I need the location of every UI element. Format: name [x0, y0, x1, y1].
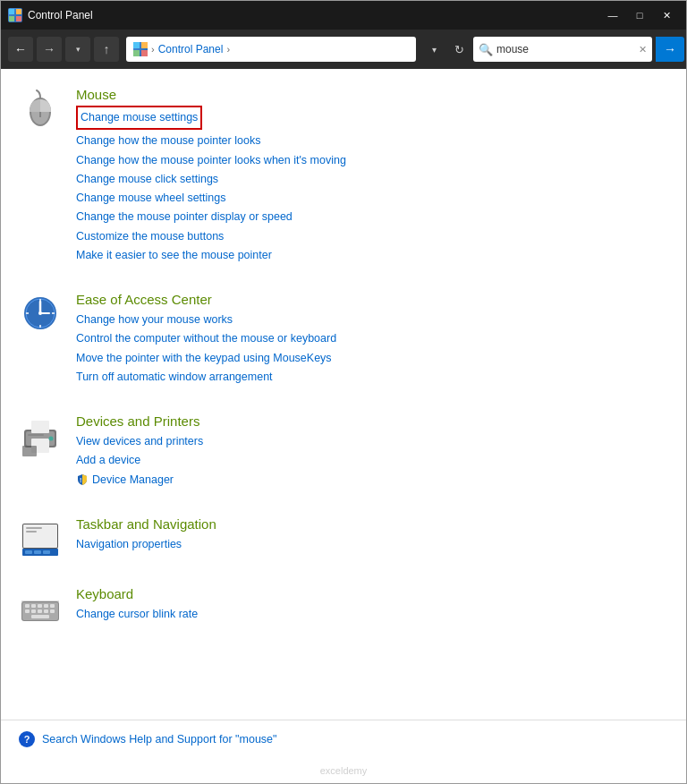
ease-of-access-icon [19, 292, 62, 335]
close-button[interactable]: ✕ [654, 6, 679, 24]
device-manager-link[interactable]: Device Manager [92, 471, 174, 490]
view-devices-link[interactable]: View devices and printers [76, 432, 659, 451]
device-manager-wrap: ! Device Manager [76, 471, 659, 490]
svg-text:!: ! [80, 477, 81, 483]
ease-of-access-section: Ease of Access Center Change how your mo… [19, 292, 659, 387]
up-button[interactable]: ↑ [94, 37, 119, 62]
svg-rect-34 [34, 550, 41, 554]
title-bar: Control Panel — □ ✕ [1, 1, 686, 30]
forward-button[interactable]: → [37, 37, 62, 62]
svg-rect-46 [44, 609, 48, 613]
taskbar-section: Taskbar and Navigation Navigation proper… [19, 516, 659, 559]
svg-rect-43 [25, 609, 30, 613]
svg-rect-48 [31, 615, 49, 618]
change-click-settings-link[interactable]: Change mouse click settings [76, 170, 659, 189]
mouse-icon [19, 87, 62, 130]
svg-rect-0 [9, 9, 14, 14]
svg-rect-5 [141, 42, 148, 48]
minimize-button[interactable]: — [600, 6, 625, 24]
mousekeys-link[interactable]: Move the pointer with the keypad using M… [76, 349, 659, 368]
search-clear-icon[interactable]: ✕ [639, 44, 647, 55]
taskbar-section-title: Taskbar and Navigation [76, 516, 659, 532]
svg-rect-30 [26, 527, 42, 529]
change-mouse-settings-link[interactable]: Change mouse settings [76, 106, 202, 130]
svg-rect-6 [133, 50, 140, 56]
nav-bar: ← → ▾ ↑ › Control Panel › ▾ ↻ 🔍 ✕ → [1, 30, 686, 69]
easier-to-see-link[interactable]: Make it easier to see the mouse pointer [76, 246, 659, 265]
svg-rect-31 [26, 531, 37, 533]
ease-section-title: Ease of Access Center [76, 292, 659, 307]
svg-rect-35 [43, 550, 50, 554]
mouse-section: Mouse Change mouse settings Change how t… [19, 87, 659, 265]
devices-section-title: Devices and Printers [76, 413, 659, 429]
svg-rect-2 [9, 16, 14, 21]
change-pointer-speed-link[interactable]: Change the mouse pointer display or spee… [76, 208, 659, 226]
svg-rect-25 [28, 434, 44, 436]
keyboard-icon [19, 586, 62, 629]
svg-rect-45 [38, 609, 42, 613]
svg-rect-26 [22, 446, 37, 456]
svg-rect-4 [133, 42, 140, 48]
how-mouse-works-link[interactable]: Change how your mouse works [76, 311, 659, 329]
svg-rect-33 [25, 550, 32, 554]
svg-rect-41 [44, 604, 48, 608]
footer: ? Search Windows Help and Support for "m… [1, 720, 686, 758]
refresh-button[interactable]: ↻ [448, 37, 470, 62]
mouse-section-content: Mouse Change mouse settings Change how t… [76, 87, 659, 265]
svg-point-19 [38, 311, 42, 315]
svg-rect-1 [16, 9, 21, 14]
search-input[interactable] [496, 43, 635, 55]
taskbar-section-content: Taskbar and Navigation Navigation proper… [76, 516, 659, 554]
control-panel-window: Control Panel — □ ✕ ← → ▾ ↑ › Control Pa… [0, 0, 687, 784]
auto-arrangement-link[interactable]: Turn off automatic window arrangement [76, 368, 659, 387]
breadcrumb-bar: › Control Panel › [126, 37, 416, 62]
address-dropdown-button[interactable]: ▾ [423, 37, 445, 62]
change-pointer-looks-link[interactable]: Change how the mouse pointer looks [76, 132, 659, 150]
svg-rect-39 [31, 604, 36, 608]
window-icon [8, 8, 22, 22]
navigation-properties-link[interactable]: Navigation properties [76, 535, 659, 554]
svg-rect-7 [141, 50, 148, 56]
shield-icon: ! [76, 473, 89, 486]
search-bar: 🔍 ✕ [473, 37, 652, 62]
without-mouse-keyboard-link[interactable]: Control the computer without the mouse o… [76, 329, 659, 348]
svg-rect-47 [50, 609, 55, 613]
svg-point-24 [49, 437, 54, 441]
watermark: exceldemy [1, 758, 686, 783]
svg-rect-38 [25, 604, 30, 608]
breadcrumb-sep2: › [226, 44, 230, 55]
mouse-section-title: Mouse [76, 87, 659, 102]
taskbar-icon [19, 516, 62, 559]
keyboard-section: Keyboard Change cursor blink rate [19, 586, 659, 629]
printer-icon [19, 413, 62, 456]
svg-rect-42 [50, 604, 55, 608]
svg-rect-22 [31, 421, 49, 433]
svg-rect-44 [31, 609, 36, 613]
maximize-button[interactable]: □ [627, 6, 652, 24]
svg-rect-3 [16, 16, 21, 21]
devices-section: Devices and Printers View devices and pr… [19, 413, 659, 490]
window-title: Control Panel [28, 9, 600, 21]
content-area: Mouse Change mouse settings Change how t… [1, 69, 686, 720]
breadcrumb-sep1: › [151, 44, 155, 55]
dropdown-recent-button[interactable]: ▾ [65, 37, 90, 62]
devices-section-content: Devices and Printers View devices and pr… [76, 413, 659, 490]
blink-rate-link[interactable]: Change cursor blink rate [76, 605, 659, 624]
change-pointer-looks-moving-link[interactable]: Change how the mouse pointer looks when … [76, 151, 659, 170]
breadcrumb-icon [133, 42, 148, 56]
keyboard-section-content: Keyboard Change cursor blink rate [76, 586, 659, 624]
back-button[interactable]: ← [8, 37, 33, 62]
keyboard-section-title: Keyboard [76, 586, 659, 601]
ease-section-content: Ease of Access Center Change how your mo… [76, 292, 659, 387]
change-wheel-settings-link[interactable]: Change mouse wheel settings [76, 189, 659, 208]
help-icon: ? [19, 731, 35, 747]
search-icon: 🔍 [479, 43, 493, 56]
window-controls: — □ ✕ [600, 6, 679, 24]
add-device-link[interactable]: Add a device [76, 451, 659, 470]
breadcrumb-text[interactable]: Control Panel [158, 43, 224, 55]
svg-rect-40 [38, 604, 42, 608]
search-go-button[interactable]: → [656, 37, 684, 62]
customize-buttons-link[interactable]: Customize the mouse buttons [76, 227, 659, 246]
help-search-link[interactable]: Search Windows Help and Support for "mou… [42, 733, 276, 746]
